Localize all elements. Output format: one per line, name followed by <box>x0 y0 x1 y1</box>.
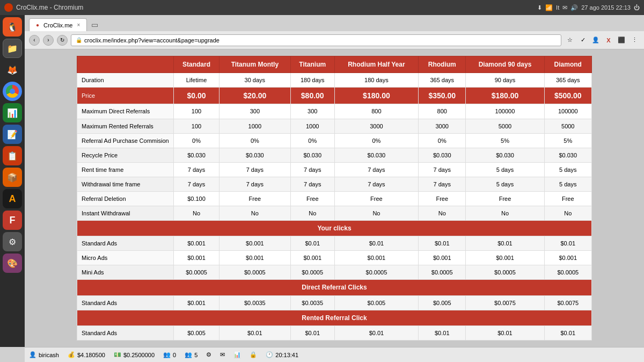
table-cell: $0.030 <box>219 148 291 162</box>
table-cell: $0.001 <box>466 251 544 265</box>
table-row: Instant WithdrawalNoNoNoNoNoNoNo <box>77 206 592 220</box>
table-cell: $0.001 <box>419 251 466 265</box>
table-cell: 5000 <box>466 119 544 133</box>
table-row: Micro Ads$0.001$0.001$0.001$0.001$0.001$… <box>77 251 592 265</box>
translate-icon[interactable]: X <box>603 35 614 46</box>
table-cell: 5% <box>544 133 591 148</box>
appstore-button[interactable]: 📦 <box>3 168 22 187</box>
table-cell: $0.001 <box>219 236 291 251</box>
table-cell: 0% <box>219 133 291 148</box>
table-cell: Free <box>419 191 466 206</box>
table-cell: $0.0005 <box>219 265 291 280</box>
back-button[interactable]: ‹ <box>29 35 40 46</box>
profile-icon[interactable]: 👤 <box>590 35 601 46</box>
table-cell: 100 <box>174 119 219 133</box>
col-header-rhodium-half-year: Rhodium Half Year <box>334 56 418 73</box>
table-cell: 100000 <box>466 104 544 119</box>
direct-icon: 👥 <box>163 351 171 358</box>
table-cell: No <box>174 206 219 220</box>
balance-status: 💰 $4.180500 <box>68 351 105 358</box>
direct-value: 0 <box>173 352 176 358</box>
table-row: Recycle Price$0.030$0.030$0.030$0.030$0.… <box>77 148 592 162</box>
table-cell: No <box>290 206 334 220</box>
extensions-icon[interactable]: ✓ <box>577 35 588 46</box>
table-cell: $0.0035 <box>219 295 291 310</box>
table-cell: No <box>419 206 466 220</box>
bookmark-icon[interactable]: ☆ <box>565 35 575 46</box>
table-cell: 7 days <box>419 177 466 191</box>
table-cell: 7 days <box>334 162 418 177</box>
new-tab-button[interactable]: ▭ <box>87 18 103 31</box>
rented-value: 5 <box>194 352 197 358</box>
table-cell: $0.005 <box>419 295 466 310</box>
firefox-button[interactable]: 🦊 <box>3 60 22 79</box>
table-cell: 3000 <box>419 119 466 133</box>
table-row: Referral Ad Purchase Commision0%0%0%0%0%… <box>77 133 592 148</box>
time-status: 🕐 20:13:41 <box>266 351 298 358</box>
url-input[interactable]: 🔒 croclix.me/index.php?view=account&page… <box>71 34 561 46</box>
table-cell: $0.030 <box>544 148 591 162</box>
page-content[interactable]: Standard Titanum Montly Titanium Rhodium… <box>25 49 644 347</box>
forward-button[interactable]: › <box>43 35 54 46</box>
datetime: 27 ago 2015 22:13 <box>581 4 631 11</box>
table-row: Standard Ads$0.005$0.01$0.01$0.01$0.01$0… <box>77 325 592 340</box>
table-cell: $0.0005 <box>544 265 591 280</box>
tab-close-button[interactable]: × <box>77 22 80 28</box>
more-icon[interactable]: ⋮ <box>629 35 640 46</box>
calc-button[interactable]: 📊 <box>3 103 22 122</box>
files-button[interactable]: 📁 <box>3 39 22 58</box>
table-cell: 5 days <box>466 162 544 177</box>
table-cell: 7 days <box>174 177 219 191</box>
table-cell: $0.030 <box>290 148 334 162</box>
texteditor-button[interactable]: 📝 <box>3 125 22 144</box>
refresh-button[interactable]: ↻ <box>57 35 68 46</box>
table-cell: 0% <box>419 133 466 148</box>
table-cell: $0.001 <box>174 236 219 251</box>
table-cell: No <box>466 206 544 220</box>
time-value: 20:13:41 <box>275 352 298 358</box>
notes-button[interactable]: 📋 <box>3 146 22 165</box>
table-cell: $0.030 <box>334 148 418 162</box>
table-cell: Free <box>290 191 334 206</box>
table-cell: $0.01 <box>419 236 466 251</box>
table-cell: 1000 <box>290 119 334 133</box>
email-status-icon: ✉ <box>220 351 225 358</box>
price-cell: $180.00 <box>466 88 544 104</box>
price-cell: $180.00 <box>334 88 418 104</box>
email-icon: ✉ <box>562 4 567 11</box>
table-cell: 800 <box>334 104 418 119</box>
table-cell: 0% <box>290 133 334 148</box>
col-header-rhodium: Rhodium <box>419 56 466 73</box>
active-tab[interactable]: ● CroClix.me × <box>29 18 87 31</box>
download-icon: ⬇ <box>537 4 542 11</box>
table-row: Maximum Direct Referrals1003003008008001… <box>77 104 592 119</box>
table-cell: $0.0075 <box>466 295 544 310</box>
table-cell: $0.0075 <box>544 295 591 310</box>
filezilla-button[interactable]: F <box>3 211 22 230</box>
table-cell: $0.0005 <box>174 265 219 280</box>
table-cell: $0.001 <box>334 251 418 265</box>
amazon-button[interactable]: A <box>3 189 22 208</box>
price-cell: $0.00 <box>174 88 219 104</box>
table-cell: 5% <box>466 133 544 148</box>
paint-button[interactable]: 🎨 <box>3 254 22 273</box>
table-cell: Free <box>544 191 591 206</box>
table-cell: $0.0005 <box>466 265 544 280</box>
section-header-row: Rented Referral Click <box>77 310 592 325</box>
table-cell: 7 days <box>290 162 334 177</box>
addon-icon[interactable]: ⬛ <box>616 35 627 46</box>
status-bar: 👤 biricash 💰 $4.180500 💵 $0.2500000 👥 0 … <box>25 347 644 362</box>
table-cell: $0.01 <box>544 325 591 340</box>
settings-button[interactable]: ⚙ <box>3 232 22 251</box>
price-cell: $20.00 <box>219 88 291 104</box>
table-cell: No <box>544 206 591 220</box>
table-cell: Lifetime <box>174 73 219 88</box>
col-header-diamond: Diamond <box>544 56 591 73</box>
table-cell: $0.0005 <box>290 265 334 280</box>
balance2-status: 💵 $0.2500000 <box>114 351 155 358</box>
chromium-button[interactable] <box>3 82 22 101</box>
table-cell: 800 <box>419 104 466 119</box>
ubuntu-button[interactable]: 🐧 <box>3 17 22 37</box>
table-cell: $0.001 <box>174 251 219 265</box>
table-cell: 1000 <box>219 119 291 133</box>
